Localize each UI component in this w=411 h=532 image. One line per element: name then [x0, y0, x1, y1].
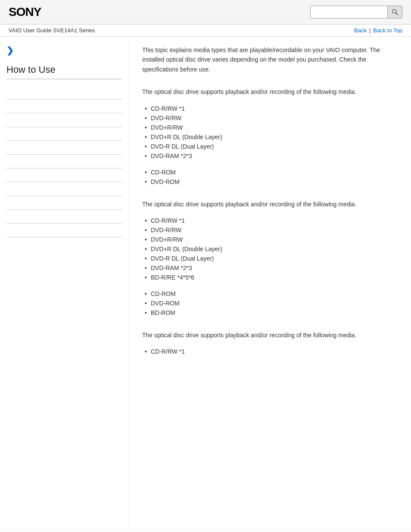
list-item: DVD+R DL (Double Layer)	[142, 244, 398, 254]
section2-subtitle: The optical disc drive supports playback…	[142, 199, 398, 209]
content-area: This topic explains media types that are…	[129, 37, 411, 530]
search-icon	[392, 9, 399, 16]
list-item: BD-R/RE *4*5*6	[142, 273, 398, 282]
section2-recordable-list: CD-R/RW *1 DVD-R/RW DVD+R/RW DVD+R DL (D…	[142, 216, 398, 282]
list-item: DVD-ROM	[142, 177, 398, 187]
section2: The optical disc drive supports playback…	[142, 199, 398, 317]
guide-title: VAIO User Guide SVE14A1 Series	[9, 27, 95, 34]
nav-separator: |	[369, 27, 371, 34]
list-item: DVD+R/RW	[142, 123, 398, 132]
back-link[interactable]: Back	[354, 27, 367, 34]
sidebar-item-6[interactable]	[6, 155, 122, 168]
list-item: CD-ROM	[142, 168, 398, 177]
breadcrumb-bar: VAIO User Guide SVE14A1 Series Back | Ba…	[0, 25, 411, 37]
sidebar-item-5[interactable]	[6, 141, 122, 155]
back-to-top-link[interactable]: Back to Top	[373, 27, 402, 34]
section1-recordable-list: CD-R/RW *1 DVD-R/RW DVD+R/RW DVD+R DL (D…	[142, 104, 398, 161]
section1-playable-list: CD-ROM DVD-ROM	[142, 168, 398, 187]
search-area	[310, 6, 402, 19]
list-item: DVD-R/RW	[142, 225, 398, 235]
list-item: DVD+R/RW	[142, 235, 398, 244]
list-item: DVD-ROM	[142, 299, 398, 308]
sidebar-item-9[interactable]	[6, 196, 122, 210]
list-item: CD-ROM	[142, 289, 398, 299]
list-item: DVD-R DL (Dual Layer)	[142, 142, 398, 151]
list-item: DVD-R/RW	[142, 113, 398, 123]
sidebar-chevron[interactable]: ❯	[6, 45, 122, 56]
section3-subtitle: The optical disc drive supports playback…	[142, 330, 398, 340]
list-item: DVD-RAM *2*3	[142, 263, 398, 273]
sidebar-item-4[interactable]	[6, 127, 122, 141]
list-item: DVD-R DL (Dual Layer)	[142, 254, 398, 263]
section3-recordable-list: CD-R/RW *1	[142, 347, 398, 356]
section3: The optical disc drive supports playback…	[142, 330, 398, 356]
list-item: CD-R/RW *1	[142, 216, 398, 225]
list-item: CD-R/RW *1	[142, 104, 398, 113]
list-item: DVD+R DL (Double Layer)	[142, 132, 398, 142]
sidebar-item-3[interactable]	[6, 113, 122, 127]
sidebar: ❯ How to Use	[0, 37, 129, 530]
sidebar-title: How to Use	[6, 64, 122, 79]
main-container: ❯ How to Use This topic explains media t…	[0, 37, 411, 530]
intro-section: This topic explains media types that are…	[142, 45, 398, 74]
sidebar-item-11[interactable]	[6, 224, 122, 237]
list-item: DVD-RAM *2*3	[142, 151, 398, 161]
sidebar-items	[6, 86, 122, 237]
section2-playable-list: CD-ROM DVD-ROM BD-ROM	[142, 289, 398, 317]
sony-logo: SONY	[9, 5, 41, 19]
svg-line-1	[396, 13, 398, 15]
page-header: SONY	[0, 0, 411, 25]
intro-text: This topic explains media types that are…	[142, 45, 398, 74]
sidebar-item-10[interactable]	[6, 210, 122, 224]
page-footer: 197	[0, 530, 411, 532]
breadcrumb-nav: Back | Back to Top	[354, 27, 402, 34]
sidebar-item-8[interactable]	[6, 182, 122, 196]
sidebar-item-2[interactable]	[6, 100, 122, 113]
list-item: BD-ROM	[142, 308, 398, 317]
sidebar-item-1[interactable]	[6, 86, 122, 100]
list-item: CD-R/RW *1	[142, 347, 398, 356]
section1-subtitle: The optical disc drive supports playback…	[142, 87, 398, 96]
section1: The optical disc drive supports playback…	[142, 87, 398, 186]
sidebar-item-7[interactable]	[6, 168, 122, 182]
search-input[interactable]	[310, 6, 388, 19]
search-button[interactable]	[388, 6, 402, 19]
